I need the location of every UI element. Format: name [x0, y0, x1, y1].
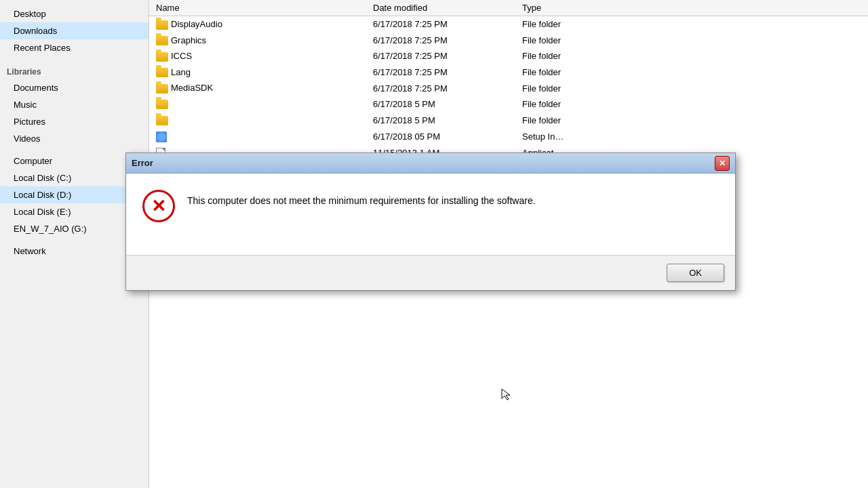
- error-icon: ✕: [142, 190, 175, 222]
- dialog-close-button[interactable]: ✕: [715, 156, 730, 171]
- dialog-footer: OK: [126, 255, 735, 290]
- dialog-titlebar: Error ✕: [126, 153, 735, 174]
- error-dialog: Error ✕ ✕ This computer does not meet th…: [125, 152, 736, 291]
- dialog-overlay: Error ✕ ✕ This computer does not meet th…: [0, 0, 868, 488]
- dialog-message: This computer does not meet the minimum …: [187, 190, 536, 208]
- dialog-title: Error: [132, 158, 153, 168]
- ok-button[interactable]: OK: [667, 264, 724, 282]
- dialog-body: ✕ This computer does not meet the minimu…: [126, 174, 735, 255]
